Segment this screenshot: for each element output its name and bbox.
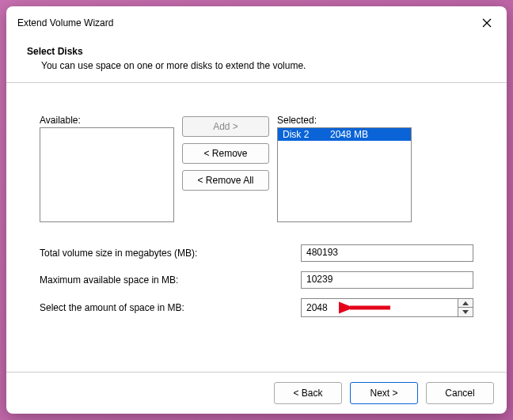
selected-listbox[interactable]: Disk 2 2048 MB: [277, 127, 412, 222]
cancel-button[interactable]: Cancel: [426, 382, 494, 404]
space-input[interactable]: [301, 298, 458, 317]
window-title: Extend Volume Wizard: [17, 17, 113, 28]
spinner-up[interactable]: [458, 299, 473, 308]
close-icon: [482, 18, 492, 28]
page-subtitle: You can use space on one or more disks t…: [27, 60, 486, 71]
total-size-value: 480193: [301, 244, 473, 262]
max-space-value: 10239: [301, 271, 473, 289]
max-space-row: Maximum available space in MB: 10239: [40, 271, 473, 289]
selected-label: Selected:: [277, 115, 412, 126]
select-space-label: Select the amount of space in MB:: [40, 302, 301, 313]
available-column: Available:: [40, 115, 174, 222]
wizard-footer: < Back Next > Cancel: [6, 372, 507, 414]
remove-button[interactable]: < Remove: [182, 143, 269, 164]
svg-marker-3: [462, 310, 469, 314]
total-size-label: Total volume size in megabytes (MB):: [40, 248, 301, 259]
selected-column: Selected: Disk 2 2048 MB: [277, 115, 412, 222]
back-button[interactable]: < Back: [274, 382, 342, 404]
disk-lists-row: Available: Add > < Remove < Remove All S…: [40, 115, 473, 222]
page-title: Select Disks: [27, 46, 486, 57]
chevron-down-icon: [462, 310, 469, 314]
next-button[interactable]: Next >: [350, 382, 418, 404]
spinner-buttons: [458, 298, 473, 317]
available-label: Available:: [40, 115, 174, 126]
disk-size: 2048 MB: [330, 129, 368, 140]
disk-name: Disk 2: [283, 129, 330, 140]
space-spinner: [301, 298, 473, 317]
max-space-label: Maximum available space in MB:: [40, 274, 301, 286]
spinner-down[interactable]: [458, 308, 473, 316]
svg-marker-2: [462, 301, 469, 305]
titlebar: Extend Volume Wizard: [6, 6, 507, 38]
select-space-row: Select the amount of space in MB:: [40, 298, 473, 317]
list-item[interactable]: Disk 2 2048 MB: [278, 128, 411, 141]
total-size-row: Total volume size in megabytes (MB): 480…: [40, 244, 473, 262]
chevron-up-icon: [462, 301, 469, 305]
wizard-header: Select Disks You can use space on one or…: [6, 38, 507, 83]
transfer-buttons: Add > < Remove < Remove All: [182, 115, 269, 222]
wizard-window: Extend Volume Wizard Select Disks You ca…: [6, 6, 507, 414]
close-button[interactable]: [478, 14, 496, 32]
available-listbox[interactable]: [40, 127, 174, 222]
wizard-body: Available: Add > < Remove < Remove All S…: [6, 83, 507, 372]
add-button[interactable]: Add >: [182, 116, 269, 137]
remove-all-button[interactable]: < Remove All: [182, 170, 269, 191]
